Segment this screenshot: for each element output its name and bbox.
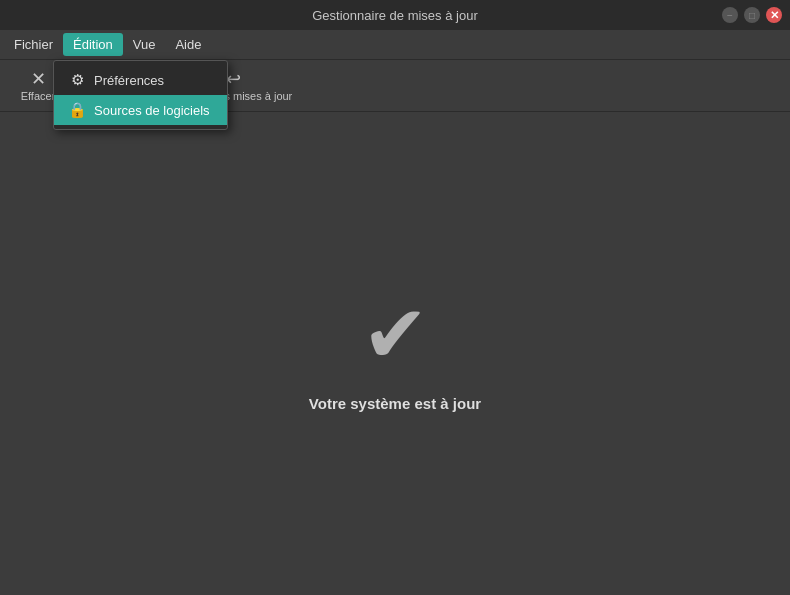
menu-aide[interactable]: Aide: [165, 33, 211, 56]
menu-fichier[interactable]: Fichier: [4, 33, 63, 56]
titlebar: Gestionnaire de mises à jour − □ ✕: [0, 0, 790, 30]
menubar: Fichier Édition Vue Aide: [0, 30, 790, 60]
maximize-button[interactable]: □: [744, 7, 760, 23]
effacer-label: Effacer: [21, 90, 56, 102]
minimize-button[interactable]: −: [722, 7, 738, 23]
installer-icon: ↩: [226, 70, 241, 88]
titlebar-controls: − □ ✕: [722, 7, 782, 23]
preferences-icon: ⚙: [68, 71, 86, 89]
edition-dropdown: ⚙ Préférences 🔒 Sources de logiciels: [53, 60, 228, 130]
menu-vue[interactable]: Vue: [123, 33, 166, 56]
window-title: Gestionnaire de mises à jour: [312, 8, 477, 23]
main-content: ✔ Votre système est à jour: [0, 112, 790, 595]
close-button[interactable]: ✕: [766, 7, 782, 23]
effacer-icon: ✕: [31, 70, 46, 88]
status-text: Votre système est à jour: [309, 395, 481, 412]
preferences-label: Préférences: [94, 73, 164, 88]
menu-edition[interactable]: Édition: [63, 33, 123, 56]
sources-icon: 🔒: [68, 101, 86, 119]
checkmark-icon: ✔: [362, 295, 429, 375]
sources-item[interactable]: 🔒 Sources de logiciels: [54, 95, 227, 125]
sources-label: Sources de logiciels: [94, 103, 210, 118]
preferences-item[interactable]: ⚙ Préférences: [54, 65, 227, 95]
